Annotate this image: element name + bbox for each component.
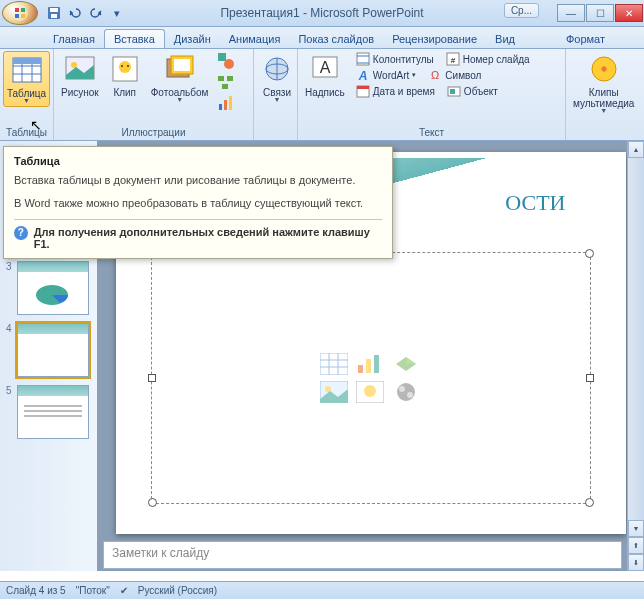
placeholder-icon-grid xyxy=(320,353,422,403)
window-title: Презентация1 - Microsoft PowerPoint xyxy=(220,6,423,20)
maximize-button[interactable]: ☐ xyxy=(586,4,614,22)
textbox-button[interactable]: A Надпись xyxy=(301,51,349,100)
next-slide-icon[interactable]: ⬇ xyxy=(628,554,644,571)
thumbnail-5[interactable] xyxy=(17,385,89,439)
slide-number-button[interactable]: #Номер слайда xyxy=(443,51,533,67)
scroll-up-icon[interactable]: ▲ xyxy=(628,141,644,158)
tab-view[interactable]: Вид xyxy=(486,30,524,48)
insert-smartart-icon[interactable] xyxy=(392,353,420,375)
insert-media-icon[interactable] xyxy=(392,381,420,403)
svg-point-63 xyxy=(407,392,413,398)
svg-rect-22 xyxy=(174,59,190,71)
table-button[interactable]: Таблица ▼ xyxy=(3,51,50,107)
tab-animation[interactable]: Анимация xyxy=(220,30,290,48)
table-icon xyxy=(11,54,43,86)
svg-rect-49 xyxy=(320,353,348,375)
svg-point-17 xyxy=(119,61,131,73)
wordart-button[interactable]: AWordArt▾ xyxy=(353,67,420,83)
svg-rect-44 xyxy=(357,86,369,89)
tab-review[interactable]: Рецензирование xyxy=(383,30,486,48)
svg-rect-25 xyxy=(218,76,224,81)
chevron-down-icon: ▼ xyxy=(23,97,30,104)
header-footer-icon xyxy=(356,52,370,66)
svg-rect-2 xyxy=(21,8,25,12)
chart-icon[interactable] xyxy=(216,93,236,113)
svg-rect-4 xyxy=(21,14,25,18)
svg-rect-29 xyxy=(224,100,227,110)
links-button[interactable]: Связи ▼ xyxy=(257,51,297,105)
insert-picture-icon[interactable] xyxy=(320,381,348,403)
scroll-down-icon[interactable]: ▼ xyxy=(628,520,644,537)
tab-insert[interactable]: Вставка xyxy=(104,29,165,48)
thumbnail-4[interactable] xyxy=(17,323,89,377)
slide-number-icon: # xyxy=(446,52,460,66)
qat-dropdown-icon[interactable]: ▾ xyxy=(107,3,127,23)
insert-clipart-icon[interactable] xyxy=(356,381,384,403)
minimize-button[interactable]: — xyxy=(557,4,585,22)
svg-point-0 xyxy=(12,5,28,21)
svg-point-19 xyxy=(127,65,129,67)
close-button[interactable]: ✕ xyxy=(615,4,643,22)
svg-point-62 xyxy=(399,386,405,392)
help-icon: ? xyxy=(14,226,28,240)
svg-text:A: A xyxy=(320,59,331,76)
link-icon xyxy=(261,53,293,85)
status-lang-icon: ✔ xyxy=(120,585,128,596)
wordart-icon: A xyxy=(356,68,370,82)
content-placeholder[interactable] xyxy=(151,252,591,504)
resize-handle[interactable] xyxy=(148,374,156,382)
media-button[interactable]: Клипы мультимедиа ▼ xyxy=(569,51,638,116)
insert-table-icon[interactable] xyxy=(320,353,348,375)
text-group-label: Текст xyxy=(301,126,562,140)
svg-rect-26 xyxy=(227,76,233,81)
office-button[interactable] xyxy=(2,1,38,25)
svg-point-61 xyxy=(397,383,415,401)
insert-chart-icon[interactable] xyxy=(356,353,384,375)
svg-text:A: A xyxy=(358,69,368,82)
thumbnail-3[interactable] xyxy=(17,261,89,315)
symbol-button[interactable]: ΩСимвол xyxy=(425,67,484,83)
datetime-button[interactable]: Дата и время xyxy=(353,83,438,99)
svg-rect-7 xyxy=(51,14,57,18)
svg-rect-56 xyxy=(374,355,379,373)
tooltip: Таблица Вставка таблицы в документ или р… xyxy=(3,146,393,259)
tables-group-label: Таблицы xyxy=(3,126,50,140)
photoalbum-icon xyxy=(164,53,196,85)
svg-rect-46 xyxy=(450,89,455,94)
save-icon[interactable] xyxy=(44,3,64,23)
resize-handle[interactable] xyxy=(586,374,594,382)
tooltip-desc-1: Вставка таблицы в документ или рисование… xyxy=(14,173,382,188)
notes-pane[interactable]: Заметки к слайду xyxy=(103,541,622,569)
status-language: Русский (Россия) xyxy=(138,585,217,596)
svg-rect-23 xyxy=(218,53,226,61)
tooltip-title: Таблица xyxy=(14,155,382,167)
svg-rect-30 xyxy=(229,96,232,110)
status-slide: Слайд 4 из 5 xyxy=(6,585,66,596)
status-theme: "Поток" xyxy=(76,585,110,596)
svg-rect-54 xyxy=(358,365,363,373)
svg-text:#: # xyxy=(450,56,455,65)
tab-slideshow[interactable]: Показ слайдов xyxy=(289,30,383,48)
tab-format[interactable]: Формат xyxy=(557,30,614,48)
picture-icon xyxy=(64,53,96,85)
vertical-scrollbar[interactable]: ▲ ▼ ⬆ ⬇ xyxy=(627,141,644,571)
textbox-icon: A xyxy=(309,53,341,85)
shapes-icon[interactable] xyxy=(216,51,236,71)
smartart-icon[interactable] xyxy=(216,72,236,92)
photoalbum-button[interactable]: Фотоальбом ▼ xyxy=(147,51,213,105)
svg-point-60 xyxy=(364,385,376,397)
svg-rect-27 xyxy=(222,84,228,89)
header-footer-button[interactable]: Колонтитулы xyxy=(353,51,437,67)
object-button[interactable]: Объект xyxy=(444,83,501,99)
prev-slide-icon[interactable]: ⬆ xyxy=(628,537,644,554)
redo-icon[interactable] xyxy=(86,3,106,23)
undo-icon[interactable] xyxy=(65,3,85,23)
media-icon xyxy=(588,53,620,85)
svg-point-18 xyxy=(121,65,123,67)
clipart-button[interactable]: Клип xyxy=(105,51,145,100)
tab-home[interactable]: Главная xyxy=(44,30,104,48)
illustrations-group-label: Иллюстрации xyxy=(57,126,250,140)
tab-design[interactable]: Дизайн xyxy=(165,30,220,48)
svg-text:Ω: Ω xyxy=(431,69,439,81)
picture-button[interactable]: Рисунок xyxy=(57,51,103,100)
